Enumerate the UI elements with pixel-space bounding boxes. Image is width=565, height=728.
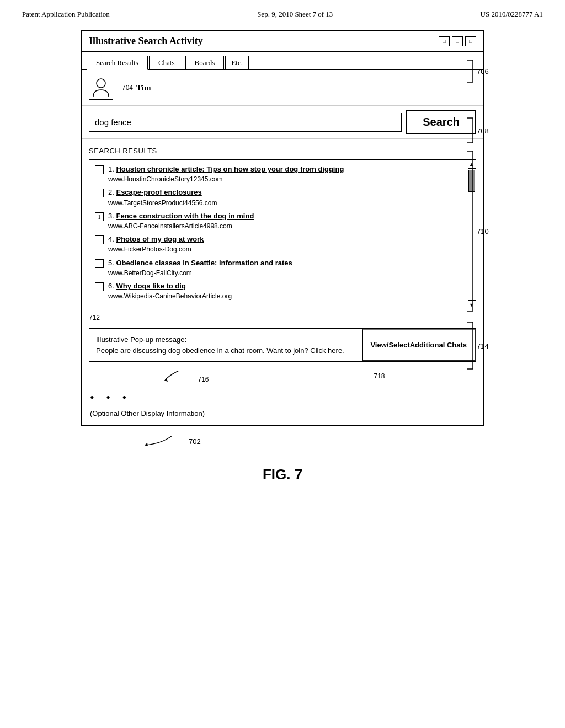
tab-search-results[interactable]: Search Results: [87, 56, 148, 70]
label-716: 716: [198, 376, 209, 383]
result-checkbox-5[interactable]: [95, 259, 104, 268]
svg-marker-18: [145, 443, 148, 446]
result-text-3: 3. Fence construction with the dog in mi…: [108, 211, 254, 231]
avatar: [89, 76, 113, 100]
result-item: 1 3. Fence construction with the dog in …: [95, 211, 465, 231]
user-row: 704 Tim: [82, 70, 483, 105]
patent-left: Patent Application Publication: [22, 10, 110, 19]
popup-intro: Illustrative Pop-up message:: [96, 335, 186, 344]
tabs-row: Search Results Chats Boards Etc.: [82, 52, 483, 70]
label-718-container: 718: [282, 367, 476, 384]
scrollbar[interactable]: ▲ ▼: [467, 160, 476, 309]
popup-body: People are discussing dog obedience in a…: [96, 346, 308, 355]
dialog-titlebar: Illustrative Search Activity □ □ □: [82, 31, 483, 52]
result-text-5: 5. Obedience classes in Seattle: informa…: [108, 258, 292, 278]
popup-text: Illustrative Pop-up message: People are …: [89, 329, 362, 361]
results-area: 1. Houston chronicle article: Tips on ho…: [89, 159, 476, 309]
label-718: 718: [374, 372, 385, 380]
tab-boards[interactable]: Boards: [185, 56, 225, 70]
arrow-702: [139, 433, 194, 449]
result-item: 2. Escape-proof enclosures www.TargetSto…: [95, 188, 465, 207]
result-item: 4. Photos of my dog at work www.FickerPh…: [95, 234, 465, 254]
dialog-box: Illustrative Search Activity □ □ □ Searc…: [81, 30, 484, 426]
restore-button[interactable]: □: [452, 36, 463, 46]
view-select-chats-button[interactable]: View/Select Additional Chats: [362, 329, 476, 361]
popup-click-here[interactable]: Click here.: [310, 346, 344, 355]
titlebar-buttons: □ □ □: [439, 36, 476, 46]
result-item: 5. Obedience classes in Seattle: informa…: [95, 258, 465, 278]
label-702: 702: [189, 437, 201, 446]
label-704: 704: [122, 84, 133, 92]
scroll-thumb[interactable]: [468, 170, 475, 192]
arrow-716: [162, 371, 195, 382]
result-checkbox-6[interactable]: [95, 282, 104, 291]
results-content: 1. Houston chronicle article: Tips on ho…: [89, 160, 476, 309]
result-checkbox-4[interactable]: [95, 235, 104, 244]
scroll-up-button[interactable]: ▲: [468, 160, 476, 169]
search-area: Search: [82, 105, 483, 139]
label-702-row: 702: [62, 433, 503, 449]
label-716-container: 716: [89, 367, 282, 384]
scroll-track: [468, 169, 476, 300]
patent-header: Patent Application Publication Sep. 9, 2…: [0, 0, 565, 24]
search-input[interactable]: [89, 113, 402, 132]
search-results-label: SEARCH RESULTS: [82, 143, 483, 157]
result-item: 1. Houston chronicle article: Tips on ho…: [95, 164, 465, 184]
result-text-2: 2. Escape-proof enclosures www.TargetSto…: [108, 188, 217, 207]
tab-etc[interactable]: Etc.: [225, 56, 249, 70]
popup-area: Illustrative Pop-up message: People are …: [89, 328, 476, 362]
label-712: 712: [82, 312, 483, 324]
result-text-4: 4. Photos of my dog at work www.FickerPh…: [108, 234, 204, 254]
search-button[interactable]: Search: [406, 110, 476, 134]
result-item: 6. Why dogs like to dig www.Wikipedia-Ca…: [95, 281, 465, 301]
minimize-button[interactable]: □: [439, 36, 450, 46]
tab-chats[interactable]: Chats: [149, 56, 184, 70]
optional-info: (Optional Other Display Information): [82, 407, 483, 425]
result-text-6: 6. Why dogs like to dig www.Wikipedia-Ca…: [108, 281, 232, 301]
sub-labels-row: 716 718: [82, 366, 483, 385]
fig-label: FIG. 7: [33, 466, 532, 483]
dialog-title: Illustrative Search Activity: [89, 35, 203, 47]
scroll-down-button[interactable]: ▼: [468, 300, 476, 309]
user-avatar-icon: [92, 78, 110, 98]
user-name: Tim: [136, 83, 151, 93]
svg-point-0: [97, 79, 105, 88]
patent-right: US 2010/0228777 A1: [481, 10, 543, 19]
result-checkbox-1[interactable]: [95, 165, 104, 174]
result-text-1: 1. Houston chronicle article: Tips on ho…: [108, 164, 344, 184]
patent-middle: Sep. 9, 2010 Sheet 7 of 13: [257, 10, 333, 19]
result-checkbox-3[interactable]: 1: [95, 212, 104, 221]
close-button[interactable]: □: [465, 36, 476, 46]
dots-row: • • •: [82, 385, 483, 407]
result-checkbox-2[interactable]: [95, 189, 104, 197]
